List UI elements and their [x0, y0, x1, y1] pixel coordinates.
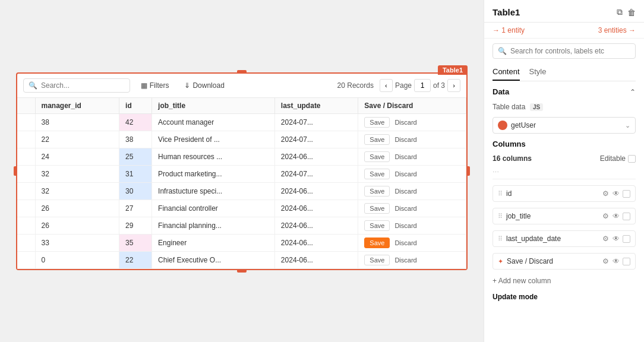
filter-icon: ▦	[141, 81, 147, 90]
search-icon: 🔍	[29, 81, 37, 90]
row-id: 30	[119, 182, 152, 200]
col-header-last-update: last_update	[274, 98, 358, 114]
drag-handle-job-title[interactable]: ⠿	[498, 213, 503, 220]
datasource-select[interactable]: getUser ⌄	[493, 117, 636, 134]
columns-header: Columns	[493, 140, 636, 148]
save-button[interactable]: Save	[364, 151, 390, 162]
discard-button[interactable]: Discard	[392, 135, 419, 144]
col-visibility-save-discard[interactable]: 👁	[612, 256, 620, 266]
row-job-title: Financial planning...	[152, 217, 275, 234]
col-visibility-id[interactable]: 👁	[612, 189, 620, 198]
save-button[interactable]: Save	[364, 238, 390, 248]
row-manager-id: 26	[35, 200, 119, 217]
download-button[interactable]: ⇓ Download	[179, 79, 229, 92]
col-icons-id: ⚙ 👁	[602, 189, 630, 198]
columns-scroll-hint: ⋯	[493, 169, 636, 179]
row-checkbox	[17, 131, 35, 148]
drag-handle-last-update[interactable]: ⠿	[498, 235, 503, 243]
right-search-icon: 🔍	[498, 47, 507, 55]
right-body: Data ⌃ Table data JS getUser ⌄ Columns 1…	[484, 81, 644, 292]
save-button[interactable]: Save	[364, 186, 390, 197]
row-save-discard: SaveDiscard	[358, 251, 466, 268]
discard-button[interactable]: Discard	[392, 238, 419, 248]
discard-button[interactable]: Discard	[392, 169, 419, 179]
next-page-button[interactable]: ›	[447, 79, 460, 92]
save-button[interactable]: Save	[364, 203, 390, 214]
table-row: 2627Financial controller2024-06...SaveDi…	[17, 200, 466, 217]
save-button[interactable]: Save	[364, 169, 390, 179]
row-job-title: Engineer	[152, 234, 275, 251]
tab-style[interactable]: Style	[529, 64, 547, 81]
save-button[interactable]: Save	[364, 220, 390, 231]
col-settings-last-update[interactable]: ⚙	[602, 234, 610, 243]
search-box[interactable]: 🔍	[23, 78, 130, 93]
filters-label: Filters	[150, 81, 169, 90]
data-section-title: Data	[493, 87, 509, 96]
resize-handle-left[interactable]	[14, 166, 17, 176]
right-search[interactable]: 🔍	[493, 43, 636, 59]
col-check-save-discard[interactable]	[623, 258, 630, 265]
col-name-id: id	[506, 189, 598, 198]
discard-button[interactable]: Discard	[392, 204, 419, 213]
editable-checkbox[interactable]	[628, 155, 636, 163]
discard-button[interactable]: Discard	[392, 186, 419, 196]
row-last-update: 2024-07...	[274, 131, 358, 148]
table-row: 3335Engineer2024-06...SaveDiscard	[17, 234, 466, 251]
col-icons-last-update: ⚙ 👁	[602, 234, 630, 243]
data-section-header: Data ⌃	[493, 87, 636, 96]
discard-button[interactable]: Discard	[392, 152, 419, 162]
drag-handle-id[interactable]: ⠿	[498, 190, 503, 198]
data-section-chevron[interactable]: ⌃	[630, 88, 636, 96]
discard-button[interactable]: Discard	[392, 255, 419, 265]
page-total: of 3	[433, 81, 445, 90]
table-row: 2238Vice President of ...2024-07...SaveD…	[17, 131, 466, 148]
discard-button[interactable]: Discard	[392, 118, 419, 127]
row-checkbox	[17, 182, 35, 200]
table-widget: Table1 🔍 ▦ Filters ⇓ Download 20 Records…	[16, 72, 468, 270]
right-title: Table1	[493, 7, 520, 17]
row-checkbox	[17, 113, 35, 131]
row-id: 42	[119, 113, 152, 131]
columns-title: Columns	[493, 140, 526, 148]
download-icon: ⇓	[184, 81, 190, 90]
col-visibility-job-title[interactable]: 👁	[612, 211, 620, 221]
column-item-job-title: ⠿ job_title ⚙ 👁	[493, 208, 636, 224]
row-manager-id: 24	[35, 148, 119, 165]
col-check-id[interactable]	[623, 190, 630, 198]
search-input[interactable]	[41, 81, 125, 90]
col-check-job-title[interactable]	[623, 213, 630, 220]
add-column-button[interactable]: + Add new column	[493, 276, 636, 286]
right-search-input[interactable]	[510, 47, 630, 55]
save-button[interactable]: Save	[364, 134, 390, 145]
resize-handle-right[interactable]	[466, 166, 470, 176]
col-name-save-discard: Save / Discard	[507, 257, 598, 265]
col-settings-job-title[interactable]: ⚙	[602, 211, 610, 221]
table-row: 3842Account manager2024-07...SaveDiscard	[17, 113, 466, 131]
columns-meta-row: 16 columns Editable	[493, 154, 636, 163]
tab-content[interactable]: Content	[493, 64, 520, 81]
update-mode-label: Update mode	[493, 293, 538, 301]
row-job-title: Human resources ...	[152, 148, 275, 165]
drag-handle-save-discard[interactable]: ✦	[498, 258, 503, 265]
prev-page-button[interactable]: ‹	[380, 79, 393, 92]
col-settings-save-discard[interactable]: ⚙	[602, 256, 610, 266]
delete-icon-button[interactable]: 🗑	[627, 7, 636, 17]
copy-icon-button[interactable]: ⧉	[617, 7, 623, 17]
resize-handle-top[interactable]	[237, 70, 247, 74]
save-button[interactable]: Save	[364, 117, 390, 128]
col-visibility-last-update[interactable]: 👁	[612, 234, 620, 243]
resize-handle-bottom[interactable]	[237, 269, 247, 273]
row-job-title: Financial controller	[152, 200, 275, 217]
col-settings-id[interactable]: ⚙	[602, 189, 610, 198]
row-save-discard: SaveDiscard	[358, 148, 466, 165]
add-column-label: + Add new column	[493, 277, 551, 285]
page-input[interactable]	[414, 79, 431, 92]
row-last-update: 2024-07...	[274, 165, 358, 182]
discard-button[interactable]: Discard	[392, 221, 419, 230]
filters-button[interactable]: ▦ Filters	[136, 79, 174, 92]
right-panel: Table1 ⧉ 🗑 → 1 entity 3 entities → 🔍 Con…	[484, 0, 644, 342]
row-checkbox	[17, 251, 35, 268]
save-button[interactable]: Save	[364, 255, 390, 265]
row-last-update: 2024-06...	[274, 200, 358, 217]
col-check-last-update[interactable]	[623, 235, 630, 243]
